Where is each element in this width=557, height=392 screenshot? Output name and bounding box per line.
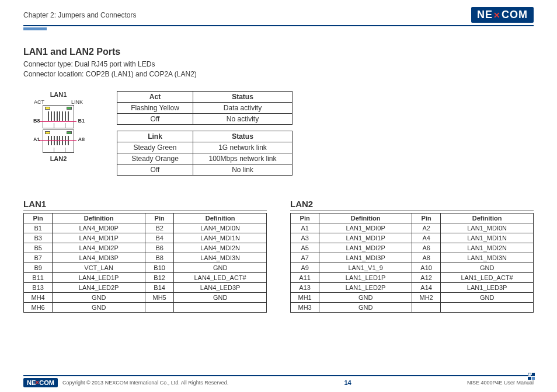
- table-cell: LAN1_LED3P: [441, 282, 534, 292]
- link-label: LINK: [71, 99, 83, 105]
- diagram-lan1-label: LAN1: [23, 91, 93, 98]
- port-diagram: LAN1 ACT LINK B8 B1: [23, 91, 93, 162]
- table-cell: LAN4_LED3P: [174, 282, 267, 292]
- footer-ornament-icon: [528, 373, 535, 380]
- table-cell: MH4: [24, 292, 53, 302]
- table-cell: GND: [441, 292, 534, 302]
- act-table-header: Status: [193, 91, 293, 102]
- table-cell: GND: [441, 262, 534, 272]
- pin-line-a: [39, 140, 76, 141]
- table-cell: A4: [412, 233, 440, 243]
- table-cell: LAN1_MDI1N: [441, 233, 534, 243]
- col-header: Definition: [441, 213, 534, 223]
- table-cell: [145, 302, 173, 312]
- col-header: Pin: [291, 213, 319, 223]
- table-cell: LAN4_MDI2P: [53, 243, 145, 253]
- act-label: ACT: [34, 99, 44, 105]
- table-cell: A3: [291, 233, 319, 243]
- chapter-title: Chapter 2: Jumpers and Connectors: [23, 11, 136, 19]
- table-cell: LAN4_MDI0P: [53, 223, 145, 233]
- rj45-port-lan2: [43, 130, 74, 153]
- document-title: NISE 4000P4E User Manual: [467, 380, 534, 386]
- table-cell: VCT_LAN: [53, 262, 145, 272]
- table-cell: A7: [291, 253, 319, 262]
- table-cell: LAN1_LED_ACT#: [441, 272, 534, 282]
- section-title: LAN1 and LAN2 Ports: [23, 47, 534, 57]
- table-row: MH4GNDMH5GND: [24, 292, 267, 302]
- table-cell: 1G network link: [193, 142, 293, 153]
- table-cell: A5: [291, 243, 319, 253]
- table-cell: LAN1_V1_9: [319, 262, 412, 272]
- table-cell: Off: [117, 113, 193, 124]
- table-cell: B3: [24, 233, 53, 243]
- link-led-icon: [67, 107, 72, 110]
- table-cell: No link: [193, 164, 293, 175]
- lan1-pinout: LAN1 Pin Definition Pin Definition B1LAN…: [23, 199, 267, 313]
- table-cell: LAN1_LED2P: [319, 282, 412, 292]
- table-cell: GND: [319, 302, 412, 312]
- act-led-icon: [45, 107, 50, 110]
- diagram-lan2-label: LAN2: [23, 155, 93, 162]
- rj45-port-lan1: [43, 105, 74, 128]
- lan1-table: Pin Definition Pin Definition B1LAN4_MDI…: [23, 213, 267, 313]
- table-cell: B8: [145, 253, 173, 262]
- table-cell: Steady Orange: [117, 153, 193, 164]
- table-row: B5LAN4_MDI2PB6LAN4_MDI2N: [24, 243, 267, 253]
- lan1-title: LAN1: [23, 199, 267, 211]
- table-row: A9LAN1_V1_9A10GND: [291, 262, 534, 272]
- pin-a8-label: A8: [78, 136, 85, 142]
- table-row: MH1GNDMH2GND: [291, 292, 534, 302]
- act-led-icon: [45, 131, 50, 134]
- table-cell: LAN1_MDI3N: [441, 253, 534, 262]
- table-cell: LAN1_MDI2P: [319, 243, 412, 253]
- table-cell: LAN4_LED_ACT#: [174, 272, 267, 282]
- table-cell: LAN4_LED1P: [53, 272, 145, 282]
- nexcom-logo: NE ✕ COM: [471, 7, 534, 23]
- table-cell: MH3: [291, 302, 319, 312]
- header-accent-bar: [23, 27, 47, 30]
- table-cell: A14: [412, 282, 440, 292]
- table-cell: Steady Green: [117, 142, 193, 153]
- table-cell: B5: [24, 243, 53, 253]
- link-table: Link Status Steady Green1G network link …: [117, 131, 293, 176]
- table-cell: B4: [145, 233, 173, 243]
- table-row: B1LAN4_MDI0PB2LAN4_MDI0N: [24, 223, 267, 233]
- table-cell: MH2: [412, 292, 440, 302]
- table-cell: B13: [24, 282, 53, 292]
- table-cell: GND: [319, 292, 412, 302]
- table-cell: Off: [117, 164, 193, 175]
- table-cell: B9: [24, 262, 53, 272]
- table-row: A3LAN1_MDI1PA4LAN1_MDI1N: [291, 233, 534, 243]
- table-cell: A13: [291, 282, 319, 292]
- table-row: A7LAN1_MDI3PA8LAN1_MDI3N: [291, 253, 534, 262]
- link-table-header: Link: [117, 131, 193, 142]
- table-row: A1LAN1_MDI0PA2LAN1_MDI0N: [291, 223, 534, 233]
- table-cell: A12: [412, 272, 440, 282]
- table-cell: LAN4_MDI2N: [174, 243, 267, 253]
- table-row: B13LAN4_LED2PB14LAN4_LED3P: [24, 282, 267, 292]
- table-row: A5LAN1_MDI2PA6LAN1_MDI2N: [291, 243, 534, 253]
- table-row: MH3GND: [291, 302, 534, 312]
- page-number: 14: [344, 379, 351, 386]
- col-header: Pin: [412, 213, 440, 223]
- nexcom-logo-small: NE ✕ COM: [23, 378, 58, 387]
- table-row: MH6GND: [24, 302, 267, 312]
- act-table-header: Act: [117, 91, 193, 102]
- lan2-pinout: LAN2 Pin Definition Pin Definition A1LAN…: [290, 199, 534, 313]
- col-header: Pin: [145, 213, 173, 223]
- table-cell: LAN1_MDI3P: [319, 253, 412, 262]
- copyright-text: Copyright © 2013 NEXCOM International Co…: [62, 380, 228, 386]
- col-header: Definition: [53, 213, 145, 223]
- table-cell: LAN4_MDI1P: [53, 233, 145, 243]
- page-footer: NE ✕ COM Copyright © 2013 NEXCOM Interna…: [23, 375, 534, 387]
- table-cell: [174, 302, 267, 312]
- table-cell: B10: [145, 262, 173, 272]
- connector-location: Connector location: COP2B (LAN1) and COP…: [23, 69, 534, 79]
- table-cell: A2: [412, 223, 440, 233]
- table-cell: LAN1_MDI0P: [319, 223, 412, 233]
- pin-b8-label: B8: [33, 118, 40, 124]
- table-cell: B7: [24, 253, 53, 262]
- table-cell: B12: [145, 272, 173, 282]
- table-cell: B2: [145, 223, 173, 233]
- table-cell: Flashing Yellow: [117, 102, 193, 113]
